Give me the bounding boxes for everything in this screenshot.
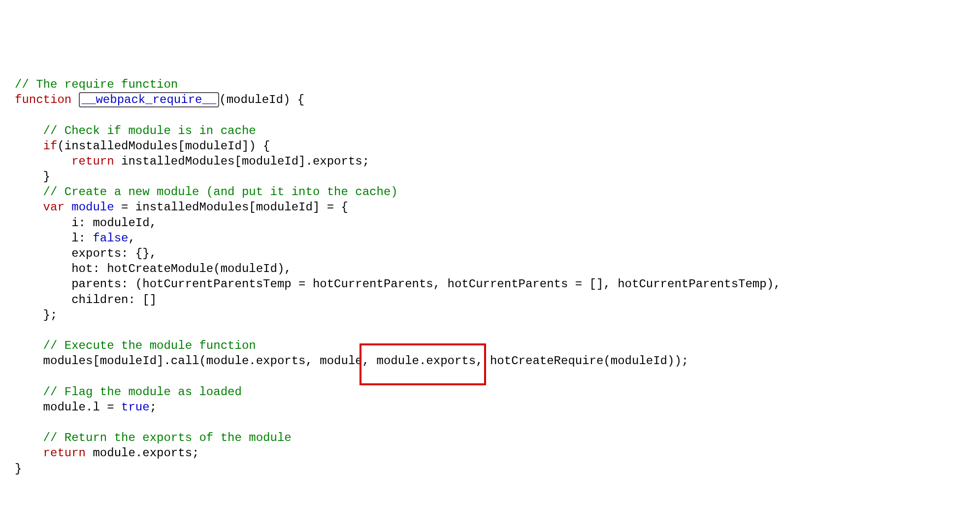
code-comment: // Check if module is in cache — [43, 124, 256, 137]
keyword-return: return — [43, 446, 86, 460]
code-text: hotCreateRequire(moduleId)); — [483, 354, 689, 368]
code-comment: // Create a new module (and put it into … — [43, 185, 398, 199]
code-text: (installedModules[moduleId]) { — [57, 139, 270, 153]
keyword-if: if — [43, 139, 58, 153]
code-text: } — [43, 170, 50, 183]
code-text: , — [128, 232, 135, 245]
code-comment: // Flag the module as loaded — [43, 385, 242, 399]
code-text: (moduleId) { — [219, 93, 304, 106]
function-name-highlighted: __webpack_require__ — [79, 92, 220, 107]
keyword-var: var — [43, 201, 65, 214]
code-text: } — [15, 462, 22, 475]
code-text: installedModules[moduleId].exports; — [114, 155, 369, 168]
code-block: // The require function function __webpa… — [15, 62, 965, 492]
variable-module: module — [65, 201, 114, 214]
highlighted-code-segment: , module.exports, — [362, 354, 483, 368]
keyword-true: true — [121, 401, 150, 414]
code-comment: // Return the exports of the module — [43, 431, 292, 444]
code-text: modules[moduleId].call(module.exports, m… — [43, 354, 362, 368]
code-comment: // The require function — [15, 78, 178, 91]
code-text: children: [] — [71, 293, 157, 306]
code-text: }; — [43, 308, 58, 322]
code-text: = installedModules[moduleId] = { — [114, 201, 348, 214]
code-text: module.exports; — [86, 446, 199, 460]
keyword-return: return — [71, 155, 114, 168]
code-text: module.l = — [43, 401, 121, 414]
code-text: l: — [71, 232, 93, 245]
code-text: hot: hotCreateModule(moduleId), — [71, 262, 291, 275]
keyword-function: function — [15, 93, 71, 106]
code-text: exports: {}, — [71, 247, 157, 260]
code-text: parents: (hotCurrentParentsTemp = hotCur… — [71, 277, 781, 291]
code-text: i: moduleId, — [71, 216, 157, 230]
code-text: ; — [150, 401, 157, 414]
keyword-false: false — [93, 232, 128, 245]
code-comment: // Execute the module function — [43, 339, 256, 352]
